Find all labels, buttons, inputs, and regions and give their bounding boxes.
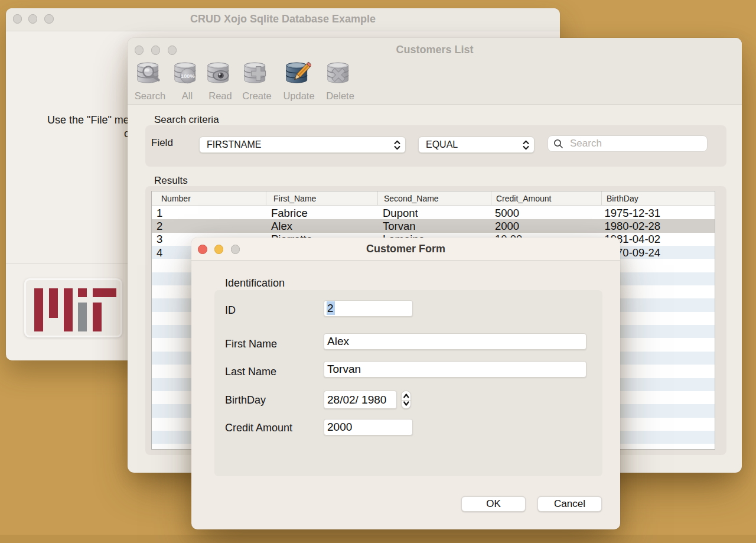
svg-text:100%: 100% <box>181 73 194 79</box>
